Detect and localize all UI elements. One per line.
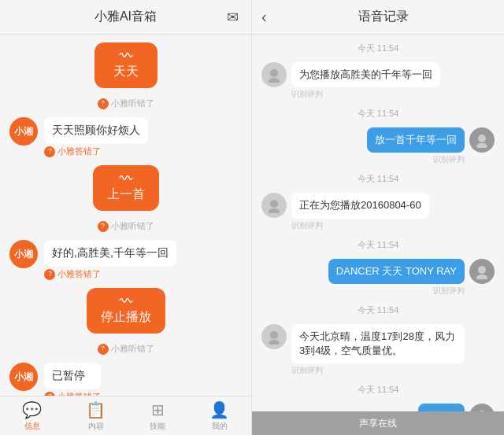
msg-sub-icon-1: ？ (44, 146, 55, 157)
svg-point-9 (269, 340, 280, 345)
nav-item-profile[interactable]: 👤 我的 (209, 400, 229, 432)
human-msg-bubble-2: DANCER 天天 TONY RAY (328, 259, 465, 284)
time-4: 今天 11:54 (261, 239, 495, 251)
left-panel: 小雅AI音箱 ✉ 天天 ？ 小雅听错了 小湘 天天照顾你好烦人 ？ 小雅答错了 (0, 0, 252, 435)
cmd-bubble-2: 上一首 (93, 165, 159, 211)
mail-icon[interactable]: ✉ (227, 9, 239, 26)
nav-item-messages[interactable]: 💬 信息 (22, 400, 42, 432)
avatar-3: 小湘 (9, 363, 38, 391)
user-msg-bubble-2: 好的,高胜美,千年等一回 (44, 240, 176, 267)
right-panel: ‹ 语音记录 今天 11:54 为您播放高胜美的千年等一回 识别评判 今天 11… (252, 0, 504, 435)
ai-msg-bubble-3: 今天北京晴，温度17到28度，风力3到4级，空气质量优。 (291, 324, 465, 363)
svg-point-5 (269, 208, 280, 213)
nav-label-content: 内容 (88, 421, 104, 432)
nav-item-content[interactable]: 📋 内容 (86, 400, 106, 432)
right-chat-area: 今天 11:54 为您播放高胜美的千年等一回 识别评判 今天 11:54 放一首… (252, 35, 504, 411)
ai-msg-bubble-2: 正在为您播放20160804-60 (291, 193, 429, 218)
svg-point-2 (478, 135, 486, 142)
cmd-text-1: 天天 (113, 64, 139, 80)
left-chat-area: 天天 ？ 小雅听错了 小湘 天天照顾你好烦人 ？ 小雅答错了 上一首 (0, 35, 251, 396)
human-avatar-1 (469, 127, 495, 153)
watermark-bar: 声享在线 (252, 411, 504, 435)
human-avatar-2 (469, 259, 495, 284)
time-5: 今天 11:54 (261, 304, 495, 316)
avatar-1: 小湘 (9, 117, 38, 146)
human-msg-bubble-1: 放一首千年等一回 (367, 127, 465, 153)
user-msg-content-2: 好的,高胜美,千年等一回 ？ 小雅答错了 (44, 240, 176, 280)
wave-icon-2 (119, 173, 133, 185)
svg-point-0 (270, 69, 278, 77)
human-msg-content-3: 今天… (418, 404, 465, 411)
msg-sub-2: ？ 小雅答错了 (44, 268, 176, 280)
msg-sub-icon-2: ？ (44, 269, 55, 280)
ai-msg-row-3: 今天北京晴，温度17到28度，风力3到4级，空气质量优。 识别评判 (261, 324, 495, 376)
nav-label-skills: 技能 (150, 421, 165, 432)
ai-msg-content-2: 正在为您播放20160804-60 识别评判 (291, 193, 429, 230)
cmd-text-3: 停止播放 (101, 309, 151, 326)
nav-label-messages: 信息 (24, 421, 40, 432)
avatar-2: 小湘 (9, 240, 38, 268)
sub-icon-1: ？ (98, 98, 109, 109)
svg-point-1 (269, 78, 280, 83)
human-msg-sub-2[interactable]: 识别评判 (433, 286, 465, 297)
human-msg-content-1: 放一首千年等一回 识别评判 (367, 127, 465, 165)
svg-point-3 (476, 143, 487, 148)
human-msg-row-1: 放一首千年等一回 识别评判 (261, 127, 495, 165)
back-icon[interactable]: ‹ (261, 8, 267, 26)
human-msg-row-2: DANCER 天天 TONY RAY 识别评判 (261, 259, 495, 297)
user-msg-row-1: 小湘 天天照顾你好烦人 ？ 小雅答错了 (9, 117, 242, 157)
ai-msg-row-1: 为您播放高胜美的千年等一回 识别评判 (261, 62, 495, 100)
right-title: 语音记录 (273, 9, 495, 25)
ai-msg-sub-2[interactable]: 识别评判 (291, 220, 429, 231)
human-msg-bubble-3: 今天… (418, 404, 465, 411)
nav-item-skills[interactable]: ⊞ 技能 (150, 400, 165, 432)
left-title: 小雅AI音箱 (94, 9, 157, 25)
time-2: 今天 11:54 (261, 108, 495, 120)
skills-icon: ⊞ (151, 400, 165, 419)
ai-msg-row-2: 正在为您播放20160804-60 识别评判 (261, 193, 495, 230)
user-msg-row-3: 小湘 已暂停 ？ 小雅答错了 (9, 363, 242, 396)
cmd-sub-1: ？ 小雅听错了 (9, 98, 242, 109)
ai-msg-bubble-1: 为您播放高胜美的千年等一回 (291, 62, 440, 87)
human-msg-sub-1[interactable]: 识别评判 (433, 154, 465, 165)
human-avatar-3 (469, 404, 495, 411)
cmd-bubble-1: 天天 (94, 42, 158, 88)
time-6: 今天 11:54 (261, 384, 495, 396)
user-msg-content-3: 已暂停 ？ 小雅答错了 (44, 363, 101, 396)
wave-icon-3 (119, 296, 133, 308)
msg-sub-1: ？ 小雅答错了 (44, 146, 148, 157)
user-msg-row-2: 小湘 好的,高胜美,千年等一回 ？ 小雅答错了 (9, 240, 242, 280)
ai-msg-sub-1[interactable]: 识别评判 (291, 89, 440, 100)
ai-avatar-2 (261, 193, 287, 218)
right-header: ‹ 语音记录 (252, 0, 504, 35)
svg-point-7 (476, 275, 487, 279)
human-msg-content-2: DANCER 天天 TONY RAY 识别评判 (328, 259, 465, 297)
sub-icon-2: ？ (98, 221, 109, 232)
ai-avatar-3 (261, 324, 287, 349)
watermark-text: 声享在线 (359, 417, 397, 430)
svg-point-4 (270, 200, 278, 208)
user-msg-bubble-1: 天天照顾你好烦人 (44, 117, 148, 144)
ai-msg-content-1: 为您播放高胜美的千年等一回 识别评判 (291, 62, 440, 100)
svg-point-8 (270, 331, 278, 339)
human-msg-row-3: 今天… (261, 404, 495, 411)
messages-icon: 💬 (22, 400, 42, 419)
left-header: 小雅AI音箱 ✉ (0, 0, 251, 35)
cmd-sub-3: ？ 小雅听错了 (9, 343, 242, 355)
wave-icon (119, 50, 133, 62)
profile-icon: 👤 (209, 400, 229, 419)
content-icon: 📋 (86, 400, 106, 419)
sub-icon-3: ？ (98, 344, 109, 355)
ai-msg-content-3: 今天北京晴，温度17到28度，风力3到4级，空气质量优。 识别评判 (291, 324, 465, 376)
user-msg-bubble-3: 已暂停 (44, 363, 101, 389)
time-1: 今天 11:54 (261, 42, 495, 54)
ai-avatar-1 (261, 62, 287, 87)
nav-label-profile: 我的 (212, 421, 228, 432)
bottom-nav: 💬 信息 📋 内容 ⊞ 技能 👤 我的 (0, 396, 251, 435)
cmd-sub-2: ？ 小雅听错了 (9, 220, 242, 232)
ai-msg-sub-3[interactable]: 识别评判 (291, 365, 465, 376)
cmd-bubble-3: 停止播放 (87, 288, 165, 334)
user-msg-content-1: 天天照顾你好烦人 ？ 小雅答错了 (44, 117, 148, 157)
svg-point-6 (478, 266, 486, 274)
cmd-text-2: 上一首 (107, 186, 145, 203)
